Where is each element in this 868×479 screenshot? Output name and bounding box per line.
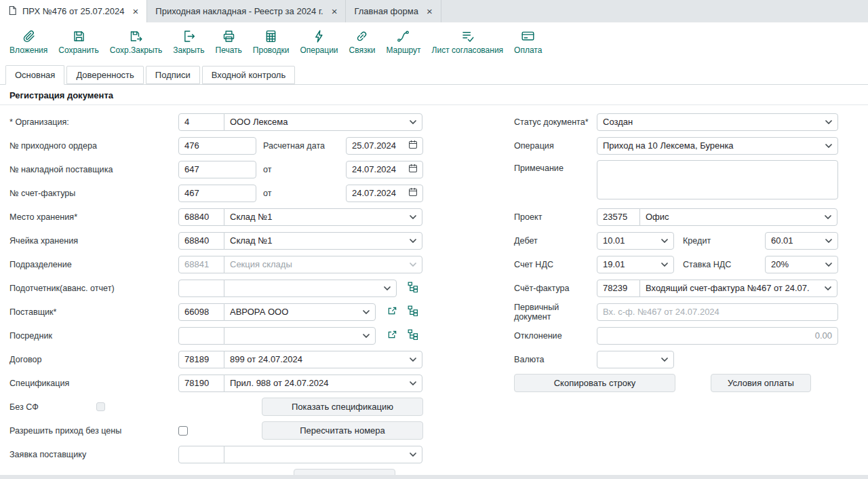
external-link-icon xyxy=(387,306,397,318)
close-tab-icon[interactable]: × xyxy=(427,6,433,16)
specification-code-input[interactable] xyxy=(178,375,224,392)
paperclip-icon xyxy=(22,29,36,43)
recalculate-numbers-button[interactable]: Пересчитать номера xyxy=(262,421,423,440)
project-code-input[interactable] xyxy=(597,208,640,226)
organization-select[interactable]: ООО Лексема xyxy=(224,113,422,131)
deviation-input[interactable] xyxy=(597,327,838,345)
save-icon xyxy=(72,29,86,43)
chevron-down-icon xyxy=(825,120,832,124)
primary-doc-input[interactable] xyxy=(597,303,838,321)
field-row-allow-no-price: Разрешить приход без цены Пересчитать но… xyxy=(9,419,423,442)
project-select[interactable]: Офис xyxy=(639,208,837,226)
storage-code-input[interactable] xyxy=(178,208,224,226)
document-icon xyxy=(8,5,17,18)
toolbar-button-save-close[interactable]: Сохр.Закрыть xyxy=(104,29,167,55)
waybill-no-input[interactable] xyxy=(178,161,256,178)
vat-rate-select[interactable]: 20% xyxy=(765,256,838,273)
route-icon xyxy=(396,29,410,43)
chevron-down-icon xyxy=(825,286,831,290)
waybill-date-input[interactable]: 24.07.2024 xyxy=(346,161,423,178)
toolbar-button-save[interactable]: Сохранить xyxy=(53,29,104,55)
calendar-icon xyxy=(408,140,418,151)
chevron-down-icon xyxy=(825,215,831,219)
hierarchy-tree-icon xyxy=(408,282,418,294)
window-tab-label: ПРХ №476 от 25.07.2024 xyxy=(22,6,125,16)
field-label: Статус документа* xyxy=(514,117,597,127)
window-tab-main-form[interactable]: Главная форма × xyxy=(346,0,441,22)
tab-main[interactable]: Основная xyxy=(5,65,64,85)
organization-code-input[interactable] xyxy=(178,113,224,131)
chevron-down-icon xyxy=(825,263,832,267)
toolbar-label: Закрыть xyxy=(173,45,204,55)
operation-select[interactable]: Приход на 10 Лексема, Буренка xyxy=(597,137,838,155)
field-label: Без СФ xyxy=(9,402,96,412)
cell-select[interactable]: Склад №1 xyxy=(224,232,422,250)
specification-select[interactable]: Прил. 988 от 24.07.2024 xyxy=(224,375,422,392)
toolbar-button-payment[interactable]: Оплата xyxy=(509,29,547,55)
field-label: № приходного ордера xyxy=(9,141,178,151)
show-specification-button[interactable]: Показать спецификацию xyxy=(262,398,423,416)
chevron-down-icon xyxy=(363,310,370,314)
calendar-icon xyxy=(408,164,418,175)
calc-date-input[interactable]: 25.07.2024 xyxy=(346,137,423,155)
invoice-ref-select[interactable]: Входящий счет-фактура №467 от 24.07. xyxy=(639,280,837,297)
credit-select[interactable]: 60.01 xyxy=(765,232,838,250)
chevron-down-icon xyxy=(661,263,668,267)
tab-signatures[interactable]: Подписи xyxy=(146,66,200,84)
currency-select[interactable] xyxy=(597,351,674,368)
supplier-code-input[interactable] xyxy=(178,303,224,321)
accountable-code-input[interactable] xyxy=(178,280,224,297)
payment-terms-button[interactable]: Условия оплаты xyxy=(711,374,811,392)
toolbar-button-approval-sheet[interactable]: Лист согласования xyxy=(427,29,509,55)
toolbar-button-close[interactable]: Закрыть xyxy=(167,29,210,55)
field-row-vat: Счет НДС 19.01 Ставка НДС 20% xyxy=(514,252,838,276)
cell-code-input[interactable] xyxy=(178,232,224,250)
open-card-button[interactable] xyxy=(383,327,401,345)
tab-power-of-attorney[interactable]: Доверенность xyxy=(66,66,143,84)
note-textarea[interactable] xyxy=(597,160,838,199)
debit-select[interactable]: 10.01 xyxy=(597,232,674,250)
invoice-ref-code-input[interactable] xyxy=(597,280,640,297)
storage-select[interactable]: Склад №1 xyxy=(224,208,422,226)
close-tab-icon[interactable]: × xyxy=(332,6,338,16)
vat-account-select[interactable]: 19.01 xyxy=(597,256,674,273)
field-row-intermediary: Посредник xyxy=(9,324,423,347)
invoice-date-input[interactable]: 24.07.2024 xyxy=(346,185,423,202)
field-label: Подразделение xyxy=(9,260,178,269)
open-card-button[interactable] xyxy=(383,303,401,321)
toolbar-button-postings[interactable]: Проводки xyxy=(248,29,295,55)
left-column: * Организация: ООО Лексема № приходного … xyxy=(9,110,423,479)
toolbar-button-operations[interactable]: Операции xyxy=(294,29,343,55)
field-row-status: Статус документа* Создан xyxy=(514,110,838,134)
chevron-down-icon xyxy=(363,334,370,338)
field-label: Валюта xyxy=(514,355,597,364)
exit-door-icon xyxy=(182,29,196,43)
supplier-select[interactable]: АВРОРА ООО xyxy=(224,303,376,321)
close-tab-icon[interactable]: × xyxy=(133,6,139,16)
status-select[interactable]: Создан xyxy=(597,113,838,131)
window-tab-registry[interactable]: Приходная накладная - Реестр за 2024 г. … xyxy=(147,0,346,22)
toolbar-button-attachments[interactable]: Вложения xyxy=(4,29,53,55)
order-no-input[interactable] xyxy=(178,137,256,155)
toolbar-button-route[interactable]: Маршрут xyxy=(380,29,426,55)
tab-input-control[interactable]: Входной контроль xyxy=(202,66,295,84)
invoice-no-input[interactable] xyxy=(178,185,256,202)
toolbar-button-print[interactable]: Печать xyxy=(210,29,248,55)
supplier-request-code-input[interactable] xyxy=(178,446,224,463)
accountable-select[interactable] xyxy=(224,280,397,297)
intermediary-code-input[interactable] xyxy=(178,327,224,345)
lightning-icon xyxy=(312,29,326,43)
field-row-organization: * Организация: ООО Лексема xyxy=(9,110,423,134)
hierarchy-tree-button[interactable] xyxy=(404,280,422,297)
intermediary-select[interactable] xyxy=(224,327,376,345)
toolbar-button-links[interactable]: Связки xyxy=(344,29,381,55)
allow-no-price-checkbox[interactable] xyxy=(178,426,188,436)
supplier-request-select[interactable] xyxy=(224,446,422,463)
hierarchy-tree-button[interactable] xyxy=(404,303,422,321)
contract-code-input[interactable] xyxy=(178,351,224,368)
contract-select[interactable]: 899 от 24.07.2024 xyxy=(224,351,422,368)
copy-row-button[interactable]: Скопировать строку xyxy=(514,374,675,392)
window-tab-document[interactable]: ПРХ №476 от 25.07.2024 × xyxy=(0,0,147,22)
hierarchy-tree-button[interactable] xyxy=(404,327,422,345)
field-row-order-no: № приходного ордера Расчетная дата 25.07… xyxy=(9,134,423,157)
